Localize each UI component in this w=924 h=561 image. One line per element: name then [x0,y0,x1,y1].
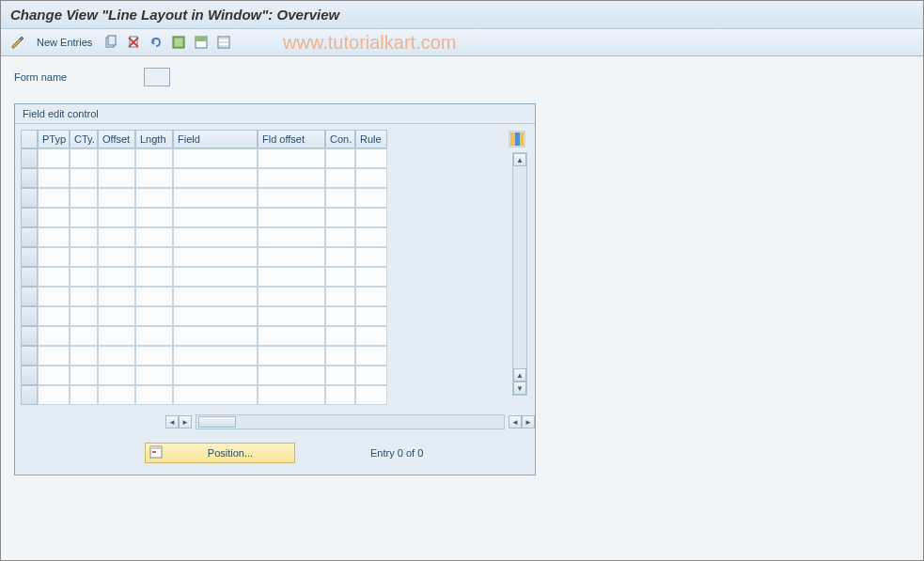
grid-cell[interactable] [70,306,98,326]
column-header-ptyp[interactable]: PTyp [38,130,70,148]
row-selector[interactable] [21,227,38,247]
grid-cell[interactable] [325,385,355,405]
grid-cell[interactable] [135,247,173,267]
grid-cell[interactable] [135,168,173,188]
grid-cell[interactable] [173,188,258,208]
grid-cell[interactable] [258,366,325,385]
grid-cell[interactable] [325,208,355,227]
grid-cell[interactable] [258,385,325,405]
grid-cell[interactable] [98,188,135,208]
grid-cell[interactable] [173,287,258,306]
grid-cell[interactable] [135,306,173,326]
grid-cell[interactable] [173,267,258,287]
grid-cell[interactable] [173,227,258,247]
grid-cell[interactable] [355,247,387,267]
grid-cell[interactable] [38,208,70,227]
grid-cell[interactable] [70,366,98,385]
grid-cell[interactable] [355,366,387,385]
grid-cell[interactable] [70,208,98,227]
position-button[interactable]: Position... [145,443,295,463]
new-entries-button[interactable]: New Entries [31,37,98,48]
grid-cell[interactable] [38,287,70,306]
grid-cell[interactable] [173,385,258,405]
grid-cell[interactable] [173,306,258,326]
grid-cell[interactable] [98,148,135,168]
row-selector[interactable] [21,168,38,188]
scroll-down-icon[interactable]: ▼ [513,382,526,395]
grid-cell[interactable] [325,188,355,208]
grid-cell[interactable] [325,346,355,366]
grid-cell[interactable] [38,227,70,247]
grid-cell[interactable] [70,227,98,247]
scroll-right-end-icon[interactable]: ► [522,415,535,429]
column-header-con[interactable]: Con. [325,130,355,148]
row-selector[interactable] [21,188,38,208]
grid-cell[interactable] [173,366,258,385]
table-settings-icon[interactable] [509,131,527,149]
grid-cell[interactable] [98,366,135,385]
grid-cell[interactable] [70,326,98,346]
grid-cell[interactable] [38,267,70,287]
delete-icon[interactable] [124,33,143,52]
grid-cell[interactable] [98,306,135,326]
grid-cell[interactable] [325,148,355,168]
column-header-fld-offset[interactable]: Fld offset [258,130,325,148]
grid-cell[interactable] [258,267,325,287]
grid-cell[interactable] [325,227,355,247]
grid-cell[interactable] [38,306,70,326]
scroll-up-icon[interactable]: ▲ [513,153,526,166]
horizontal-scrollbar[interactable] [196,414,505,429]
grid-cell[interactable] [355,148,387,168]
grid-cell[interactable] [70,267,98,287]
column-header-lngth[interactable]: Lngth [135,130,173,148]
grid-cell[interactable] [135,366,173,385]
row-selector[interactable] [21,247,38,267]
form-name-input[interactable] [144,68,170,86]
grid-cell[interactable] [258,306,325,326]
grid-cell[interactable] [355,208,387,227]
grid-cell[interactable] [98,287,135,306]
grid-cell[interactable] [355,326,387,346]
grid-cell[interactable] [355,385,387,405]
grid-cell[interactable] [355,346,387,366]
grid-cell[interactable] [135,188,173,208]
grid-cell[interactable] [38,188,70,208]
grid-cell[interactable] [135,326,173,346]
column-header-rule[interactable]: Rule [355,130,387,148]
deselect-all-icon[interactable] [214,33,233,52]
grid-cell[interactable] [258,247,325,267]
grid-cell[interactable] [38,385,70,405]
grid-cell[interactable] [258,148,325,168]
row-selector[interactable] [21,346,38,366]
grid-cell[interactable] [98,267,135,287]
row-selector[interactable] [21,326,38,346]
grid-cell[interactable] [325,168,355,188]
grid-cell[interactable] [258,227,325,247]
row-selector[interactable] [21,148,38,168]
grid-cell[interactable] [38,148,70,168]
grid-cell[interactable] [98,247,135,267]
row-selector[interactable] [21,208,38,227]
grid-cell[interactable] [173,247,258,267]
grid-cell[interactable] [355,267,387,287]
grid-cell[interactable] [258,346,325,366]
grid-cell[interactable] [173,148,258,168]
grid-cell[interactable] [70,168,98,188]
grid-cell[interactable] [258,168,325,188]
row-selector[interactable] [21,385,38,405]
grid-cell[interactable] [135,148,173,168]
grid-cell[interactable] [258,208,325,227]
grid-cell[interactable] [135,208,173,227]
column-header-cty[interactable]: CTy. [70,130,98,148]
hscroll-thumb[interactable] [198,416,236,428]
row-selector[interactable] [21,287,38,306]
grid-cell[interactable] [325,366,355,385]
grid-cell[interactable] [70,287,98,306]
grid-cell[interactable] [98,168,135,188]
grid-cell[interactable] [135,346,173,366]
grid-cell[interactable] [173,208,258,227]
grid-cell[interactable] [173,168,258,188]
row-selector[interactable] [21,306,38,326]
grid-cell[interactable] [98,208,135,227]
grid-cell[interactable] [98,227,135,247]
